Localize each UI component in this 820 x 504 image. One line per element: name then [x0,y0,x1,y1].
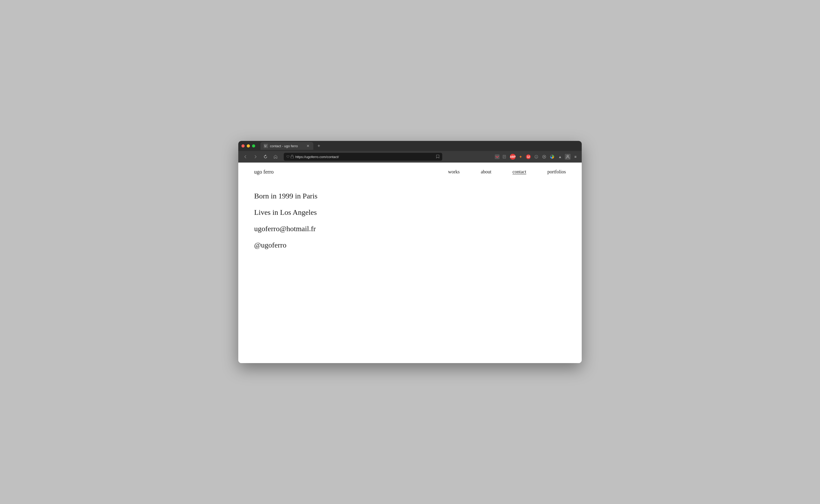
svg-rect-2 [291,156,294,158]
svg-text:(): () [535,156,537,158]
pocket-icon[interactable] [494,154,500,160]
social-link[interactable]: @ugoferro [254,241,286,249]
nav-link-about[interactable]: about [481,169,491,174]
nav-link-portfolios[interactable]: portfolios [547,169,566,174]
website-content: ugo ferro works about contact portfolios… [238,163,582,363]
back-button[interactable] [242,153,250,161]
url-text: https://ugoferro.com/contact/ [295,155,434,159]
social-line: @ugoferro [254,241,566,249]
address-bar-container: 🛡 https://ugoferro.com/contact/ [284,153,442,161]
tab-title: contact - ugo ferro [270,144,304,148]
lives-line: Lives in Los Angeles [254,208,566,217]
toolbar-icons: ABP ✦ 12 () [494,154,578,160]
site-nav-links: works about contact portfolios [448,169,566,175]
nav-link-contact[interactable]: contact [512,169,526,174]
browser-window: U contact - ugo ferro ✕ + [238,141,582,363]
nav-link-works[interactable]: works [448,169,460,174]
close-button[interactable] [242,144,245,148]
badge-count: 12 [526,154,531,159]
email-line: ugoferro@hotmail.fr [254,225,566,233]
tab-close-button[interactable]: ✕ [306,144,310,148]
svg-point-13 [567,155,568,157]
site-logo[interactable]: ugo ferro [254,169,274,175]
address-bar[interactable]: 🛡 https://ugoferro.com/contact/ [284,153,442,161]
home-button[interactable] [272,153,280,161]
reload-button[interactable] [262,153,270,161]
privacy-icon[interactable] [541,154,547,160]
color-icon[interactable] [549,154,555,160]
abp-icon[interactable]: ABP [510,154,516,160]
user-avatar-icon[interactable] [565,154,570,160]
extension-icon-2[interactable]: () [533,154,539,160]
notification-badge-icon[interactable]: 12 [525,154,531,160]
svg-rect-3 [495,154,499,159]
extension-icon-1[interactable]: ✦ [517,154,524,160]
nav-item-works[interactable]: works [448,169,460,175]
menu-button[interactable]: ≡ [572,154,578,160]
minimize-button[interactable] [247,144,250,148]
email-link[interactable]: ugoferro@hotmail.fr [254,225,316,233]
active-tab[interactable]: U contact - ugo ferro ✕ [261,142,313,150]
shield-icon: 🛡 [286,155,290,159]
nav-item-portfolios[interactable]: portfolios [547,169,566,175]
tab-bar: U contact - ugo ferro ✕ + [261,142,578,150]
lock-icon [291,155,294,159]
maximize-button[interactable] [252,144,255,148]
nav-item-about[interactable]: about [481,169,491,175]
title-bar: U contact - ugo ferro ✕ + [238,141,582,151]
address-icons: 🛡 [286,155,294,159]
forward-button[interactable] [252,153,260,161]
traffic-lights [242,144,255,148]
nav-bar: 🛡 https://ugoferro.com/contact/ [238,151,582,163]
nav-item-contact[interactable]: contact [512,169,526,175]
bookmark-button[interactable] [436,154,440,159]
main-content: Born in 1999 in Paris Lives in Los Angel… [238,181,582,268]
tab-favicon: U [264,144,268,148]
svg-point-11 [544,156,545,157]
new-tab-button[interactable]: + [316,142,322,149]
triangle-icon[interactable]: ▲ [557,154,563,160]
reading-list-icon[interactable] [502,154,508,160]
born-line: Born in 1999 in Paris [254,192,566,200]
svg-text:U: U [265,145,266,148]
site-navigation: ugo ferro works about contact portfolios [238,163,582,181]
